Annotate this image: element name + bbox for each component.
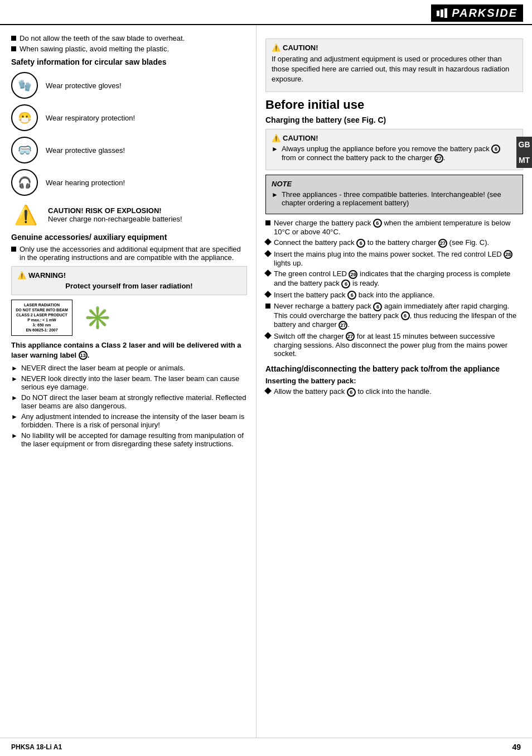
charging-bullet-4: The green control LED 29 indicates that …: [265, 269, 523, 288]
laser-bullet-2: ► NEVER look directly into the laser bea…: [11, 374, 247, 391]
respiratory-icon: 😷: [11, 104, 38, 131]
cb5-text: Insert the battery pack 6 back into the …: [274, 291, 434, 300]
charger-num-27b: 27: [438, 239, 447, 248]
laser-bullet-3: ► Do NOT direct the laser beam at strong…: [11, 393, 247, 410]
cb4-text: The green control LED 29 indicates that …: [274, 269, 523, 288]
caution-2-bullet: ► Always unplug the appliance before you…: [272, 145, 517, 163]
side-tab-mt: MT: [516, 152, 532, 168]
inserting-title: Inserting the battery pack:: [265, 377, 523, 385]
cb1-text: Never charge the battery pack 6 when the…: [274, 219, 523, 237]
glasses-label: Wear protective glasses!: [46, 146, 125, 155]
laser-num-13: 13: [79, 351, 88, 360]
bullet-diamond-1: [264, 238, 272, 245]
led-num-28: 28: [504, 250, 512, 259]
laser-label-box: LASER RADIATIONDO NOT STARE INTO BEAMCLA…: [11, 300, 72, 336]
charging-bullet-6: Never recharge a battery pack 6 again im…: [265, 302, 523, 330]
laser-bullet-2-text: NEVER look directly into the laser beam.…: [21, 374, 247, 391]
left-column: Do not allow the teeth of the saw blade …: [0, 25, 257, 738]
warning-triangle-icon: ⚠️: [17, 271, 26, 280]
laser-bullet-3-text: Do NOT direct the laser beam at strongly…: [21, 393, 247, 410]
bp-num-6b: 6: [373, 219, 382, 228]
product-code: PHKSA 18-Li A1: [11, 743, 62, 751]
hearing-icon: 🎧: [11, 169, 38, 196]
safety-glasses: 🥽 Wear protective glasses!: [11, 137, 247, 163]
genuine-title: Genuine accessories/ auxiliary equipment: [11, 233, 247, 242]
cb6-text: Never recharge a battery pack 6 again im…: [274, 302, 523, 330]
bullet-diamond-6: [264, 387, 272, 394]
bullet-square-icon: [11, 46, 16, 51]
laser-icons-row: LASER RADIATIONDO NOT STARE INTO BEAMCLA…: [11, 300, 247, 336]
bullet-sq-1: [265, 220, 270, 225]
laser-bullet-4: ► Any adjustment intended to increase th…: [11, 412, 247, 429]
warning-laser-box: ⚠️ WARNING! Protect yourself from laser …: [11, 266, 247, 295]
bullet-square-icon: [11, 36, 16, 41]
caution-triangle-icon-1: ⚠️: [272, 44, 280, 52]
laser-bullet-5: ► No liability will be accepted for dama…: [11, 431, 247, 448]
charger-num-27d: 27: [346, 332, 355, 341]
charging-title: Charging the battery (see Fig. C): [265, 115, 523, 124]
charging-bullet-1: Never charge the battery pack 6 when the…: [265, 219, 523, 237]
respiratory-label: Wear respiratory protection!: [46, 114, 135, 122]
laser-starburst-icon: ✳️: [84, 305, 112, 331]
explosion-warning-icon: ⚠️: [11, 201, 40, 228]
warning-laser-title: ⚠️ WARNING!: [17, 271, 241, 280]
cb3-text: Insert the mains plug into the mains pow…: [274, 250, 523, 268]
arrow-icon-2: ►: [11, 375, 18, 383]
safety-title: Safety information for circular saw blad…: [11, 57, 247, 66]
before-use-title: Before initial use: [265, 98, 523, 112]
battery-pack-num-6a: 6: [491, 145, 500, 153]
gloves-label: Wear protective gloves!: [46, 81, 122, 90]
side-tab-gb: GB: [516, 137, 532, 152]
attaching-title: Attaching/disconnecting the battery pack…: [265, 364, 523, 373]
main-content: Do not allow the teeth of the saw blade …: [0, 25, 532, 738]
arrow-icon-3: ►: [11, 394, 18, 402]
explosion-text: Never charge non-rechargeable batteries!: [48, 215, 182, 223]
laser-bullet-5-text: No liability will be accepted for damage…: [21, 431, 247, 448]
brand-bars-icon: [437, 8, 447, 18]
caution-1-title-text: CAUTION!: [283, 44, 318, 52]
inserting-text: Allow the battery pack 6 to click into t…: [274, 387, 432, 397]
note-arrow-icon: ►: [272, 191, 278, 199]
inserting-bullet: Allow the battery pack 6 to click into t…: [265, 387, 523, 397]
bullet-plastic-text: When sawing plastic, avoid melting the p…: [20, 45, 169, 53]
gloves-icon: 🧤: [11, 72, 38, 99]
bullet-square-icon: [11, 247, 16, 252]
bullet-sq-2: [265, 304, 270, 309]
cb7-text: Switch off the charger 27 for at least 1…: [274, 332, 523, 358]
caution-2-text: Always unplug the appliance before you r…: [282, 145, 517, 163]
right-column: ⚠️ CAUTION! If operating and adjustment …: [257, 25, 532, 738]
laser-bullet-1-text: NEVER direct the laser beam at people or…: [21, 364, 185, 372]
charging-bullets: Never charge the battery pack 6 when the…: [265, 219, 523, 358]
note-title: NOTE: [272, 180, 517, 188]
charger-num-27c: 27: [338, 321, 347, 330]
bp-num-6e: 6: [347, 291, 356, 300]
glasses-icon: 🥽: [11, 137, 38, 163]
bp-num-6h: 6: [347, 388, 356, 397]
note-box: NOTE ► Three appliances - three compatib…: [265, 175, 523, 214]
note-text-1: Three appliances - three compatible batt…: [282, 190, 517, 207]
laser-bullets: ► NEVER direct the laser beam at people …: [11, 364, 247, 448]
bp-num-6g: 6: [401, 311, 410, 320]
header: PARKSIDE: [0, 0, 532, 25]
led-num-29: 29: [349, 270, 357, 279]
arrow-icon-1: ►: [11, 364, 18, 372]
arrow-icon-4: ►: [11, 413, 18, 421]
brand-logo: PARKSIDE: [431, 4, 523, 22]
safety-hearing: 🎧 Wear hearing protection!: [11, 169, 247, 196]
page: PARKSIDE Do not allow the teeth of the s…: [0, 0, 532, 756]
top-bullets: Do not allow the teeth of the saw blade …: [11, 34, 247, 53]
laser-bullet-1: ► NEVER direct the laser beam at people …: [11, 364, 247, 372]
note-bullet-1: ► Three appliances - three compatible ba…: [272, 190, 517, 207]
caution-box-2: ⚠️ CAUTION! ► Always unplug the applianc…: [265, 129, 523, 170]
safety-icons: 🧤 Wear protective gloves! 😷 Wear respira…: [11, 72, 247, 196]
genuine-text: Only use the accessories and additional …: [20, 245, 247, 262]
bullet-diamond-5: [264, 332, 272, 339]
charging-bullet-7: Switch off the charger 27 for at least 1…: [265, 332, 523, 358]
charging-bullet-3: Insert the mains plug into the mains pow…: [265, 250, 523, 268]
laser-class-bold: This appliance contains a Class 2 laser …: [11, 341, 241, 359]
cb2-text: Connect the battery pack 6 to the batter…: [274, 238, 489, 248]
page-footer: PHKSA 18-Li A1 49: [0, 738, 532, 756]
warning-laser-subtitle: Protect yourself from laser radiation!: [17, 282, 241, 290]
laser-class-text: This appliance contains a Class 2 laser …: [11, 340, 247, 360]
bullet-diamond-4: [264, 291, 272, 298]
